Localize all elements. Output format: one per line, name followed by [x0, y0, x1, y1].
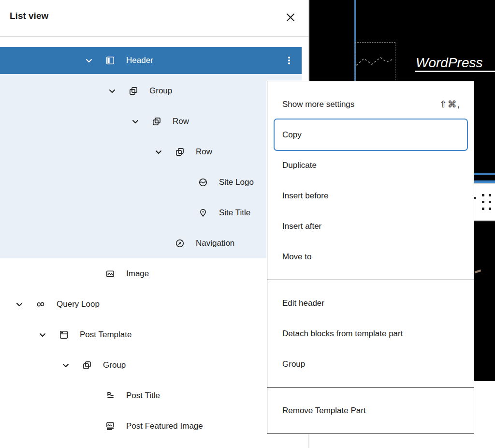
row-label: Row [173, 117, 189, 126]
site-logo-icon [197, 177, 209, 188]
list-row-post-featured-image[interactable]: Post Featured Image [0, 413, 302, 440]
chevron-down-icon[interactable] [130, 116, 141, 127]
row-label: Image [126, 269, 149, 279]
post-template-icon [58, 329, 70, 341]
menu-item-remove-template-part[interactable]: Remove Template Part [267, 395, 474, 426]
row-label: Site Title [219, 208, 250, 218]
chevron-down-icon[interactable] [14, 299, 25, 310]
list-row-group[interactable]: Group [0, 77, 302, 105]
site-logo-placeholder-wave [355, 52, 395, 72]
menu-item-move-to[interactable]: Move to [267, 241, 474, 272]
list-row-site-logo[interactable]: Site Logo [0, 169, 302, 196]
row-label: Navigation [196, 239, 234, 248]
panel-header-divider [0, 36, 308, 37]
site-title-icon [197, 207, 209, 219]
chevron-down-icon[interactable] [37, 329, 48, 341]
menu-item-group[interactable]: Group [267, 349, 474, 379]
block-options-menu: Show more settings ⇧⌘, Copy Duplicate In… [267, 81, 474, 434]
row-label: Header [126, 56, 153, 65]
list-row-site-title[interactable]: Site Title [0, 199, 302, 226]
post-featured-image-icon [104, 420, 116, 432]
row-label: Group [103, 360, 126, 370]
menu-item-edit-header[interactable]: Edit header [267, 288, 474, 318]
image-block-icon [104, 268, 116, 280]
row-label: Row [196, 147, 212, 157]
chevron-down-icon[interactable] [153, 146, 164, 158]
list-row-row-outer[interactable]: Row [0, 108, 302, 135]
group-block-icon [128, 85, 139, 97]
row-block-icon [174, 146, 186, 158]
list-row-header[interactable]: Header [0, 47, 302, 74]
row-label: Query Loop [57, 299, 100, 309]
options-kebab-icon[interactable] [283, 55, 295, 66]
list-view-panel: List view Header [0, 0, 308, 448]
screenshot-root: WordPress List view [0, 0, 495, 448]
close-icon [284, 11, 297, 24]
navigation-compass-icon [174, 238, 186, 249]
chevron-down-icon[interactable] [83, 55, 95, 66]
row-label: Group [149, 86, 172, 96]
row-label: Post Featured Image [126, 421, 203, 431]
panel-title: List view [10, 11, 48, 21]
list-row-post-title[interactable]: Post Title [0, 382, 302, 409]
menu-item-insert-before[interactable]: Insert before [267, 180, 474, 211]
chevron-down-icon[interactable] [60, 359, 72, 371]
menu-item-detach-blocks[interactable]: Detach blocks from template part [267, 318, 474, 349]
row-label: Post Template [80, 330, 131, 340]
menu-item-show-more-settings[interactable]: Show more settings ⇧⌘, [267, 89, 474, 119]
canvas-site-title-text[interactable]: WordPress [416, 55, 482, 71]
query-loop-icon [35, 299, 46, 310]
close-button[interactable] [284, 11, 297, 24]
list-row-image[interactable]: Image [0, 260, 302, 287]
group-block-icon [81, 359, 93, 371]
list-row-query-loop[interactable]: Query Loop [0, 291, 302, 318]
canvas-site-title-underline [415, 71, 495, 72]
row-label: Site Logo [219, 178, 254, 187]
post-title-icon [104, 390, 116, 402]
row-block-icon [151, 116, 162, 127]
menu-item-duplicate[interactable]: Duplicate [267, 150, 474, 180]
header-template-part-icon [104, 55, 116, 66]
menu-item-copy[interactable]: Copy [267, 119, 474, 150]
list-row-group-2[interactable]: Group [0, 352, 302, 379]
row-label: Post Title [126, 391, 160, 401]
list-row-row-inner[interactable]: Row [0, 138, 302, 165]
chevron-down-icon[interactable] [106, 85, 118, 97]
keyboard-shortcut: ⇧⌘, [439, 99, 460, 110]
block-toolbar-fragment [474, 183, 495, 222]
list-row-navigation[interactable]: Navigation [0, 230, 302, 257]
list-row-post-template[interactable]: Post Template [0, 321, 302, 348]
menu-item-insert-after[interactable]: Insert after [267, 211, 474, 241]
